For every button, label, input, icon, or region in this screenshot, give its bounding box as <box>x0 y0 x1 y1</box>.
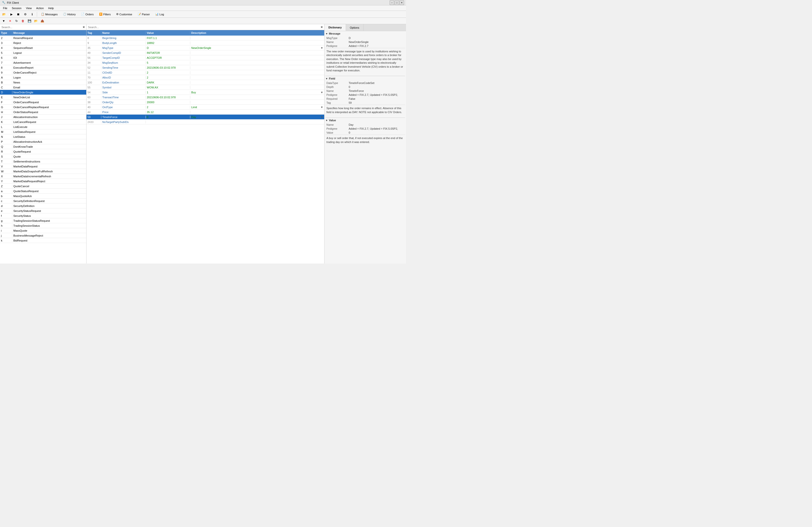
field-list-item[interactable]: 44 Price 35.12 <box>86 110 324 115</box>
message-list-item[interactable]: F OrderCancelRequest <box>0 100 86 105</box>
field-list-item[interactable]: 55 Symbol WOW.AX <box>86 85 324 90</box>
message-list-item[interactable]: C Email <box>0 85 86 90</box>
message-list-item[interactable]: b MassQuoteAck <box>0 194 86 198</box>
message-list-item[interactable]: R QuoteRequest <box>0 149 86 154</box>
message-list-item[interactable]: J AllocationInstruction <box>0 115 86 120</box>
message-list-item[interactable]: W MarketDataSnapshotFullRefresh <box>0 169 86 174</box>
toolbar-disconnect-button[interactable]: ⏹ <box>16 12 21 17</box>
toolbar-open-button[interactable]: 📂 <box>1 12 7 17</box>
left-search-clear[interactable]: ✕ <box>81 24 86 30</box>
field-list-item[interactable]: 35 MsgType D NewOrderSingle ▼ <box>86 45 324 50</box>
orders-button[interactable]: 📄 Orders <box>79 12 96 16</box>
message-list-item[interactable]: B News <box>0 80 86 85</box>
message-list-item[interactable]: i MassQuote <box>0 228 86 233</box>
field-search-input[interactable] <box>86 24 319 30</box>
export-btn[interactable]: 📤 <box>40 18 45 24</box>
toolbar-settings-button[interactable]: ⚙ <box>23 12 28 17</box>
message-list-item[interactable]: L ListExecute <box>0 124 86 130</box>
tab-options[interactable]: Options <box>346 24 363 31</box>
message-list-item[interactable]: P AllocationInstructionAck <box>0 139 86 144</box>
message-list-item[interactable]: E NewOrderList <box>0 95 86 100</box>
message-list-item[interactable]: M ListStatusRequest <box>0 130 86 134</box>
message-list-item[interactable]: j BusinessMessageReject <box>0 233 86 238</box>
message-list-item[interactable]: 9 OrderCancelReject <box>0 70 86 75</box>
message-list-item[interactable]: 6 IOI <box>0 55 86 60</box>
menu-file[interactable]: File <box>1 6 10 10</box>
message-list-item[interactable]: 7 Advertisement <box>0 60 86 65</box>
clear-btn[interactable]: ✕ <box>8 18 13 24</box>
menu-session[interactable]: Session <box>10 6 24 10</box>
customise-button[interactable]: ⚙ Customise <box>114 12 134 16</box>
menu-help[interactable]: Help <box>46 6 56 10</box>
field-list-item[interactable]: 34 MsgSeqNum 5 <box>86 60 324 65</box>
field-list-item[interactable]: 56 TargetCompID ACCEPTOR <box>86 55 324 60</box>
message-list-item[interactable]: 5 Logout <box>0 50 86 55</box>
message-list-item[interactable]: G OrderCancelReplaceRequest <box>0 105 86 110</box>
field-expand-icon[interactable]: ▼ <box>325 77 328 80</box>
load-btn[interactable]: 📂 <box>33 18 39 24</box>
message-list-item[interactable]: 4 SequenceReset <box>0 45 86 50</box>
message-list-item[interactable]: A Logon <box>0 75 86 80</box>
message-list-item[interactable]: 2 ResendRequest <box>0 35 86 41</box>
minimize-button[interactable]: ─ <box>390 0 394 5</box>
menu-action[interactable]: Action <box>34 6 46 10</box>
filters-button[interactable]: 🔽 Filters <box>97 12 113 16</box>
field-list-item[interactable]: 100 ExDestination DARK <box>86 80 324 85</box>
field-list-item[interactable]: 9 BodyLength 18892 <box>86 41 324 45</box>
message-list-item[interactable]: N ListStatus <box>0 134 86 139</box>
message-list-item[interactable]: T SettlementInstructions <box>0 159 86 164</box>
dropdown-arrow-icon[interactable]: ▼ <box>319 91 324 94</box>
dropdown-arrow-icon[interactable]: ▼ <box>319 116 324 119</box>
filter-btn[interactable]: ▼ <box>1 18 6 24</box>
parser-button[interactable]: 📝 Parser <box>136 12 152 16</box>
save-btn[interactable]: 💾 <box>27 18 32 24</box>
message-list-item[interactable]: h TradingSessionStatus <box>0 223 86 228</box>
close-button[interactable]: ✕ <box>400 0 404 5</box>
log-button[interactable]: 📊 Log <box>153 12 166 16</box>
maximize-button[interactable]: □ <box>395 0 399 5</box>
field-list-item[interactable]: 49 SenderCompID INITIATOR <box>86 50 324 55</box>
value-expand-icon[interactable]: ▼ <box>325 119 328 122</box>
toolbar-info-button[interactable]: ℹ <box>29 12 35 17</box>
message-list-item[interactable]: Y MarketDataRequestReject <box>0 179 86 184</box>
message-list-item[interactable]: S Quote <box>0 154 86 159</box>
message-list-item[interactable]: 3 Reject <box>0 41 86 45</box>
message-expand-icon[interactable]: ▼ <box>325 32 328 35</box>
history-button[interactable]: 🕐 History <box>61 12 77 16</box>
left-search-input[interactable] <box>0 24 81 30</box>
field-list-item[interactable]: 11 ClOrdID 2 <box>86 70 324 75</box>
delete-btn[interactable]: 🗑 <box>20 18 26 24</box>
dropdown-arrow-icon[interactable]: ▼ <box>319 106 324 109</box>
message-list-item[interactable]: 8 ExecutionReport <box>0 65 86 70</box>
field-search-clear[interactable]: ✕ <box>319 24 324 30</box>
message-list-item[interactable]: X MarketDataIncrementalRefresh <box>0 174 86 179</box>
message-list-item[interactable]: H OrderStatusRequest <box>0 110 86 115</box>
field-list-item[interactable]: 54 Side 1 Buy ▼ <box>86 90 324 95</box>
field-list-item[interactable]: 59 TimeInForce 0 Day ▼ <box>86 115 324 120</box>
messages-button[interactable]: 📋 Messages <box>39 12 60 16</box>
message-list-item[interactable]: e SecurityStatusRequest <box>0 208 86 213</box>
message-list-item[interactable]: a QuoteStatusRequest <box>0 189 86 194</box>
message-list-item[interactable]: Z QuoteCancel <box>0 184 86 189</box>
field-list-item[interactable]: 70 AllocID 2 <box>86 75 324 80</box>
message-list-item[interactable]: K ListCancelRequest <box>0 120 86 124</box>
dropdown-arrow-icon[interactable]: ▼ <box>319 46 324 49</box>
message-list-item[interactable]: D NewOrderSingle <box>0 90 86 95</box>
message-list-item[interactable]: V MarketDataRequest <box>0 164 86 169</box>
field-list-item[interactable]: 60 TransactTime 20210606-03:10:02.978 <box>86 95 324 100</box>
field-list-item[interactable]: 8 BeginString FIXT.1.1 <box>86 35 324 41</box>
field-list-item[interactable]: 38 OrderQty 20000 <box>86 100 324 105</box>
refresh-btn[interactable]: ↻ <box>14 18 19 24</box>
tab-dictionary[interactable]: Dictionary <box>324 24 346 31</box>
message-list-item[interactable]: Q DontKnowTrade <box>0 144 86 149</box>
message-list-item[interactable]: g TradingSessionStatusRequest <box>0 218 86 223</box>
message-list-item[interactable]: d SecurityDefinition <box>0 204 86 208</box>
field-list-item[interactable]: 52 SendingTime 20210606-03:10:02.978 <box>86 65 324 70</box>
field-list-item[interactable]: 2433 NoTargetPartySubIDs <box>86 120 324 124</box>
message-list-item[interactable]: f SecurityStatus <box>0 213 86 218</box>
menu-view[interactable]: View <box>24 6 34 10</box>
field-list-item[interactable]: 40 OrdType 2 Limit ▼ <box>86 105 324 110</box>
toolbar-connect-button[interactable]: ▶ <box>9 12 14 17</box>
message-list-item[interactable]: c SecurityDefinitionRequest <box>0 198 86 204</box>
message-list-item[interactable]: k BidRequest <box>0 238 86 243</box>
